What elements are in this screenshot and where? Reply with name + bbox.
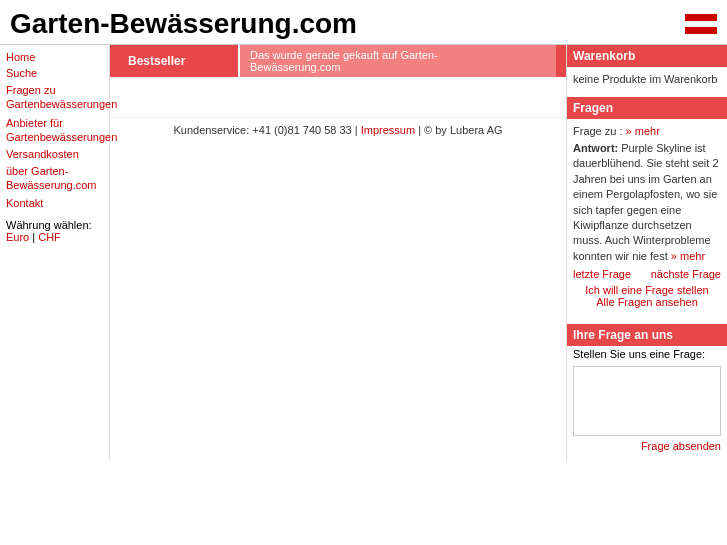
- fragen-content: Frage zu : » mehr Antwort: Purple Skylin…: [567, 121, 727, 316]
- nav-anbieter[interactable]: Anbieter für Gartenbewässerungen: [6, 114, 103, 147]
- currency-chf[interactable]: CHF: [38, 231, 61, 243]
- footer-service-text: Kundenservice: +41 (0)81 740 58 33 |: [173, 124, 360, 136]
- warenkorb-title: Warenkorb: [567, 45, 727, 67]
- answer-bold: Antwort:: [573, 142, 618, 154]
- bought-notice: Das wurde gerade gekauft auf Garten- Bew…: [240, 45, 556, 77]
- nav-versandkosten[interactable]: Versandkosten: [6, 146, 103, 162]
- frage-zu-line: Frage zu : » mehr: [573, 125, 721, 137]
- frage-action-links: Ich will eine Frage stellen Alle Fragen …: [573, 284, 721, 308]
- alle-fragen-link[interactable]: Alle Fragen ansehen: [596, 296, 698, 308]
- top-bar: Bestseller Das wurde gerade gekauft auf …: [110, 45, 566, 77]
- nav-home[interactable]: Home: [6, 49, 103, 65]
- ihre-frage-textarea[interactable]: [573, 366, 721, 436]
- bought-notice-text: Das wurde gerade gekauft auf Garten- Bew…: [250, 49, 438, 73]
- answer-mehr-link[interactable]: » mehr: [671, 250, 705, 262]
- fragen-title: Fragen: [567, 97, 727, 119]
- warenkorb-section: Warenkorb keine Produkte im Warenkorb: [567, 45, 727, 89]
- frage-absenden-button[interactable]: Frage absenden: [641, 440, 721, 452]
- frage-absenden-row: Frage absenden: [567, 440, 727, 452]
- frage-navigation: letzte Frage nächste Frage: [573, 268, 721, 280]
- flag-top-stripe: [685, 14, 717, 21]
- currency-links: Euro | CHF: [6, 231, 103, 243]
- bestseller-label: Bestseller: [120, 45, 240, 77]
- currency-label: Währung wählen:: [6, 219, 103, 231]
- footer-copyright: | © by Lubera AG: [415, 124, 502, 136]
- currency-section: Währung wählen: Euro | CHF: [6, 219, 103, 243]
- nav-suche[interactable]: Suche: [6, 65, 103, 81]
- nav-fragen[interactable]: Fragen zu Gartenbewässerungen: [6, 81, 103, 114]
- ihre-frage-section: Ihre Frage an uns Stellen Sie uns eine F…: [567, 324, 727, 452]
- right-sidebar: Warenkorb keine Produkte im Warenkorb Fr…: [567, 45, 727, 460]
- warenkorb-content: keine Produkte im Warenkorb: [567, 69, 727, 89]
- ihre-frage-title: Ihre Frage an uns: [567, 324, 727, 346]
- sidebar: Home Suche Fragen zu Gartenbewässerungen…: [0, 45, 110, 460]
- fragen-section: Fragen Frage zu : » mehr Antwort: Purple…: [567, 97, 727, 316]
- flag-bot-stripe: [685, 27, 717, 34]
- page-header: Garten-Bewässerung.com: [0, 0, 727, 45]
- layout: Home Suche Fragen zu Gartenbewässerungen…: [0, 45, 727, 460]
- flag-germany: [685, 14, 717, 34]
- bought-line2: Bewässerung.com: [250, 61, 341, 73]
- site-title: Garten-Bewässerung.com: [10, 8, 357, 40]
- footer-impressum-link[interactable]: Impressum: [361, 124, 415, 136]
- frage-answer: Antwort: Purple Skyline ist dauerblühend…: [573, 141, 721, 264]
- bought-line1: Das wurde gerade gekauft auf Garten-: [250, 49, 438, 61]
- naechste-frage-link[interactable]: nächste Frage: [651, 268, 721, 280]
- nav-kontakt[interactable]: Kontakt: [6, 195, 103, 211]
- letzte-frage-link[interactable]: letzte Frage: [573, 268, 631, 280]
- main-content-area: Bestseller Das wurde gerade gekauft auf …: [110, 45, 567, 460]
- ich-will-link[interactable]: Ich will eine Frage stellen: [585, 284, 709, 296]
- nav-ueber[interactable]: über Garten-Bewässerung.com: [6, 162, 103, 195]
- frage-zu-mehr-link[interactable]: » mehr: [626, 125, 660, 137]
- currency-euro[interactable]: Euro: [6, 231, 29, 243]
- main-body: [110, 77, 566, 97]
- answer-text: Purple Skyline ist dauerblühend. Sie ste…: [573, 142, 719, 262]
- stellen-label: Stellen Sie uns eine Frage:: [567, 348, 727, 362]
- frage-zu-prefix: Frage zu :: [573, 125, 626, 137]
- footer-bar: Kundenservice: +41 (0)81 740 58 33 | Imp…: [110, 117, 566, 142]
